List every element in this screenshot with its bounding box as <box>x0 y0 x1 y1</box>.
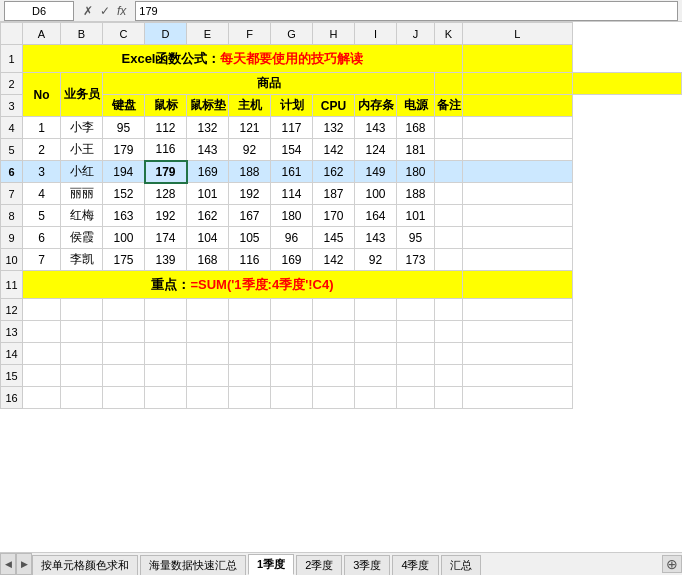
row-num-11[interactable]: 11 <box>1 271 23 299</box>
col-header-H[interactable]: H <box>313 23 355 45</box>
row-num-7[interactable]: 7 <box>1 183 23 205</box>
cell-c6[interactable]: 194 <box>103 161 145 183</box>
cell-a7[interactable]: 4 <box>23 183 61 205</box>
cell-d9[interactable]: 174 <box>145 227 187 249</box>
cell-g6[interactable]: 161 <box>271 161 313 183</box>
cell-i4[interactable]: 143 <box>355 117 397 139</box>
cell-e5[interactable]: 143 <box>187 139 229 161</box>
cell-j8[interactable]: 101 <box>397 205 435 227</box>
cell-e8[interactable]: 162 <box>187 205 229 227</box>
cell-a8[interactable]: 5 <box>23 205 61 227</box>
cell-b4[interactable]: 小李 <box>61 117 103 139</box>
tab-q4[interactable]: 4季度 <box>392 555 438 575</box>
scroll-tabs-left-btn[interactable]: ◀ <box>0 553 16 575</box>
row-num-1[interactable]: 1 <box>1 45 23 73</box>
cell-f7[interactable]: 192 <box>229 183 271 205</box>
row-num-4[interactable]: 4 <box>1 117 23 139</box>
cell-e4[interactable]: 132 <box>187 117 229 139</box>
cell-a5[interactable]: 2 <box>23 139 61 161</box>
cell-f3[interactable]: 主机 <box>229 95 271 117</box>
cell-g7[interactable]: 114 <box>271 183 313 205</box>
cell-b5[interactable]: 小王 <box>61 139 103 161</box>
cell-e10[interactable]: 168 <box>187 249 229 271</box>
cell-a4[interactable]: 1 <box>23 117 61 139</box>
cell-d4[interactable]: 112 <box>145 117 187 139</box>
row-num-6[interactable]: 6 <box>1 161 23 183</box>
row-num-15[interactable]: 15 <box>1 365 23 387</box>
cell-f4[interactable]: 121 <box>229 117 271 139</box>
col-header-G[interactable]: G <box>271 23 313 45</box>
tab-summary[interactable]: 汇总 <box>441 555 481 575</box>
cell-i7[interactable]: 100 <box>355 183 397 205</box>
cell-f6[interactable]: 188 <box>229 161 271 183</box>
cell-j3[interactable]: 电源 <box>397 95 435 117</box>
cell-e7[interactable]: 101 <box>187 183 229 205</box>
cell-a6[interactable]: 3 <box>23 161 61 183</box>
cell-b2[interactable]: 业务员 <box>61 73 103 117</box>
cell-k3[interactable]: 备注 <box>435 95 463 117</box>
col-header-C[interactable]: C <box>103 23 145 45</box>
col-header-I[interactable]: I <box>355 23 397 45</box>
cell-j10[interactable]: 173 <box>397 249 435 271</box>
cell-c5[interactable]: 179 <box>103 139 145 161</box>
cell-h6[interactable]: 162 <box>313 161 355 183</box>
cell-f9[interactable]: 105 <box>229 227 271 249</box>
cell-e6[interactable]: 169 <box>187 161 229 183</box>
cell-b7[interactable]: 丽丽 <box>61 183 103 205</box>
cell-d8[interactable]: 192 <box>145 205 187 227</box>
col-header-L[interactable]: L <box>463 23 573 45</box>
cell-c9[interactable]: 100 <box>103 227 145 249</box>
cell-g9[interactable]: 96 <box>271 227 313 249</box>
col-header-B[interactable]: B <box>61 23 103 45</box>
row-num-14[interactable]: 14 <box>1 343 23 365</box>
formula-input[interactable]: 179 <box>135 1 678 21</box>
cell-a9[interactable]: 6 <box>23 227 61 249</box>
col-header-E[interactable]: E <box>187 23 229 45</box>
cell-d6[interactable]: 179 <box>145 161 187 183</box>
cancel-formula-btn[interactable]: ✗ <box>80 4 96 18</box>
cell-f10[interactable]: 116 <box>229 249 271 271</box>
cell-c7[interactable]: 152 <box>103 183 145 205</box>
insert-function-btn[interactable]: fx <box>114 4 129 18</box>
cell-g10[interactable]: 169 <box>271 249 313 271</box>
cell-g8[interactable]: 180 <box>271 205 313 227</box>
scroll-tabs-right-btn[interactable]: ▶ <box>16 553 32 575</box>
cell-d10[interactable]: 139 <box>145 249 187 271</box>
row-num-3[interactable]: 3 <box>1 95 23 117</box>
cell-h9[interactable]: 145 <box>313 227 355 249</box>
row-num-10[interactable]: 10 <box>1 249 23 271</box>
cell-h7[interactable]: 187 <box>313 183 355 205</box>
cell-d7[interactable]: 128 <box>145 183 187 205</box>
row-num-13[interactable]: 13 <box>1 321 23 343</box>
cell-e3[interactable]: 鼠标垫 <box>187 95 229 117</box>
row-num-12[interactable]: 12 <box>1 299 23 321</box>
name-box[interactable]: D6 <box>4 1 74 21</box>
row-num-9[interactable]: 9 <box>1 227 23 249</box>
cell-h5[interactable]: 142 <box>313 139 355 161</box>
cell-j6[interactable]: 180 <box>397 161 435 183</box>
cell-i6[interactable]: 149 <box>355 161 397 183</box>
cell-i9[interactable]: 143 <box>355 227 397 249</box>
cell-g5[interactable]: 154 <box>271 139 313 161</box>
cell-j4[interactable]: 168 <box>397 117 435 139</box>
cell-f8[interactable]: 167 <box>229 205 271 227</box>
add-sheet-btn[interactable]: ⊕ <box>662 555 682 573</box>
cell-c10[interactable]: 175 <box>103 249 145 271</box>
tab-q3[interactable]: 3季度 <box>344 555 390 575</box>
col-header-A[interactable]: A <box>23 23 61 45</box>
cell-g4[interactable]: 117 <box>271 117 313 139</box>
cell-h8[interactable]: 170 <box>313 205 355 227</box>
row-num-2[interactable]: 2 <box>1 73 23 95</box>
tab-q1[interactable]: 1季度 <box>248 554 294 575</box>
row-num-16[interactable]: 16 <box>1 387 23 409</box>
cell-j7[interactable]: 188 <box>397 183 435 205</box>
cell-h10[interactable]: 142 <box>313 249 355 271</box>
confirm-formula-btn[interactable]: ✓ <box>97 4 113 18</box>
cell-j5[interactable]: 181 <box>397 139 435 161</box>
cell-b9[interactable]: 侯霞 <box>61 227 103 249</box>
cell-a2[interactable]: No <box>23 73 61 117</box>
tab-bulk-data-summary[interactable]: 海量数据快速汇总 <box>140 555 246 575</box>
tab-q2[interactable]: 2季度 <box>296 555 342 575</box>
cell-i5[interactable]: 124 <box>355 139 397 161</box>
cell-i10[interactable]: 92 <box>355 249 397 271</box>
